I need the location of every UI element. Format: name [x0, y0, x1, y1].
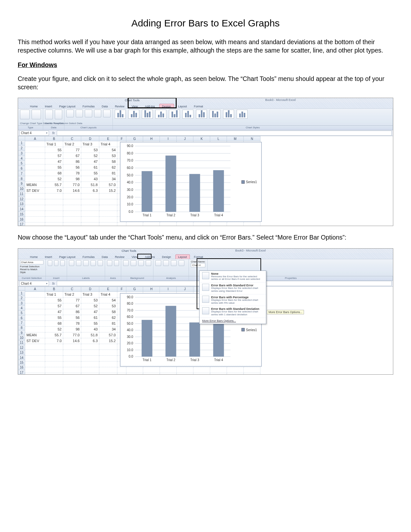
ribbon-tab-insert[interactable]: Insert: [42, 104, 55, 108]
save-as-template-icon[interactable]: [32, 110, 41, 119]
ribbon-tab-home[interactable]: Home: [27, 254, 41, 259]
ribbon-tab-insert[interactable]: Insert: [42, 254, 55, 259]
ribbon-tab-design[interactable]: Design: [159, 104, 174, 108]
svg-text:70.0: 70.0: [127, 308, 133, 312]
chart-layout-swatch[interactable]: [66, 110, 74, 117]
embedded-chart[interactable]: 0.010.020.030.040.050.060.070.080.090.0T…: [120, 142, 262, 222]
chart-style-swatch[interactable]: [196, 110, 207, 119]
chart-style-swatch[interactable]: [182, 110, 193, 119]
fx-icon[interactable]: fx: [52, 131, 55, 135]
svg-text:10.0: 10.0: [127, 348, 133, 351]
svg-text:Trial 2: Trial 2: [166, 213, 175, 217]
chart-style-swatch[interactable]: [237, 110, 248, 119]
ribbon-tab-formulas[interactable]: Formulas: [80, 104, 98, 108]
chart-style-swatch[interactable]: [223, 110, 234, 119]
select-data-icon[interactable]: [55, 110, 63, 119]
ribbon-tab-view[interactable]: View: [129, 104, 141, 108]
ribbon-tab-data[interactable]: Data: [99, 104, 111, 108]
ribbon-tab-review[interactable]: Review: [112, 254, 128, 259]
svg-text:10.0: 10.0: [127, 203, 133, 206]
ribbon-tab-layout[interactable]: Layout: [175, 254, 190, 259]
chart-style-swatch[interactable]: [210, 110, 220, 119]
legend-icon[interactable]: [83, 260, 88, 266]
for-windows-heading: For Windows: [18, 61, 393, 69]
svg-text:60.0: 60.0: [127, 166, 133, 170]
chart-style-swatch[interactable]: [142, 110, 153, 119]
svg-text:90.0: 90.0: [127, 144, 133, 148]
chevron-down-icon[interactable]: ▾: [46, 132, 47, 134]
formula-bar[interactable]: [57, 131, 392, 136]
ribbon-tab-add-ins[interactable]: Add-Ins: [142, 254, 158, 259]
error-bars-icon[interactable]: [179, 260, 184, 266]
chart-style-swatch[interactable]: [155, 110, 166, 119]
chart-style-swatch[interactable]: [128, 110, 139, 119]
trendline-icon[interactable]: [155, 260, 161, 266]
ribbon-tab-formulas[interactable]: Formulas: [80, 254, 98, 259]
data-table-icon[interactable]: [98, 260, 103, 266]
error-bars-option-2[interactable]: Error Bars with Standard DeviationDispla…: [200, 306, 266, 318]
ribbon-tabs: HomeInsertPage LayoutFormulasDataReviewV…: [18, 103, 393, 108]
gridlines-icon[interactable]: [114, 260, 119, 266]
reset-match-style[interactable]: Reset to Match Style: [20, 268, 44, 274]
chart-layout-swatch[interactable]: [103, 110, 111, 117]
ribbon-design: Change Chart Type Save As TemplateSwitch…: [18, 108, 393, 126]
shapes-icon[interactable]: [54, 260, 59, 266]
ribbon-tab-layout[interactable]: Layout: [175, 104, 190, 108]
page-title: Adding Error Bars to Excel Graphs: [18, 18, 393, 29]
svg-text:Trial 4: Trial 4: [214, 358, 223, 362]
ribbon-tab-view[interactable]: View: [129, 254, 141, 259]
text-box-icon[interactable]: [60, 260, 65, 266]
picture-icon[interactable]: [48, 260, 52, 266]
fx-icon[interactable]: fx: [52, 282, 55, 285]
svg-text:50.0: 50.0: [127, 321, 133, 325]
ribbon-tab-add-ins[interactable]: Add-Ins: [142, 104, 158, 108]
error-bars-dropdown[interactable]: NoneRemoves the Error Bars for the selec…: [199, 271, 266, 324]
error-bars-none[interactable]: NoneRemoves the Error Bars for the selec…: [200, 271, 266, 283]
plot-area-icon[interactable]: [123, 260, 129, 266]
ribbon-tab-design[interactable]: Design: [159, 254, 174, 259]
3-d-rotation-icon[interactable]: [146, 260, 151, 266]
svg-rect-22: [165, 156, 176, 212]
ribbon-tab-format[interactable]: Format: [191, 254, 206, 259]
chart-style-swatch[interactable]: [169, 110, 180, 119]
axis-titles-icon[interactable]: [76, 260, 81, 266]
ribbon-tab-home[interactable]: Home: [27, 104, 41, 108]
ribbon-tab-page-layout[interactable]: Page Layout: [56, 104, 79, 108]
ribbon-tab-page-layout[interactable]: Page Layout: [56, 254, 79, 259]
chart-style-swatch[interactable]: [115, 110, 126, 119]
chart-element-selector[interactable]: Chart Area: [20, 260, 44, 264]
svg-text:80.0: 80.0: [127, 152, 133, 155]
change-chart-type-icon[interactable]: [20, 110, 30, 119]
chart-floor-icon[interactable]: [138, 260, 144, 266]
data-labels-icon[interactable]: [91, 260, 96, 266]
chevron-down-icon[interactable]: ▾: [46, 282, 47, 285]
ribbon-tab-review[interactable]: Review: [112, 104, 128, 108]
name-box[interactable]: Chart 4 ▾: [19, 281, 49, 286]
svg-text:0.0: 0.0: [129, 355, 133, 358]
step1-paragraph: Create your figure, and click on it to s…: [18, 74, 393, 92]
chart-wall-icon[interactable]: [131, 260, 136, 266]
switch-row-col-icon[interactable]: [45, 110, 53, 119]
svg-rect-24: [189, 174, 200, 212]
more-error-bars-options[interactable]: More Error Bars Options...: [200, 318, 266, 324]
chart-name-field[interactable]: Chart 4: [191, 263, 205, 267]
name-box-value: Chart 4: [21, 282, 32, 285]
svg-text:40.0: 40.0: [127, 328, 133, 332]
chart-layout-swatch[interactable]: [94, 110, 102, 117]
chart-layout-swatch[interactable]: [76, 110, 83, 117]
format-selection[interactable]: Format Selection: [20, 265, 44, 268]
up-down-bars-icon[interactable]: [171, 260, 177, 266]
ribbon-tab-data[interactable]: Data: [99, 254, 111, 259]
chart-title-icon[interactable]: [69, 260, 74, 266]
svg-text:Trial 3: Trial 3: [190, 213, 199, 217]
error-bars-option-1[interactable]: Error Bars with PercentageDisplays Error…: [200, 294, 266, 306]
error-bars-option-0[interactable]: Error Bars with Standard ErrorDisplays E…: [200, 282, 266, 294]
svg-text:90.0: 90.0: [127, 295, 133, 299]
axes-icon[interactable]: [107, 260, 112, 266]
name-box[interactable]: Chart 4 ▾: [19, 131, 49, 136]
lines-icon[interactable]: [163, 260, 169, 266]
ribbon-tabs: HomeInsertPage LayoutFormulasDataReviewV…: [18, 253, 393, 259]
svg-text:70.0: 70.0: [127, 159, 133, 163]
chart-layout-swatch[interactable]: [85, 110, 92, 117]
ribbon-tab-format[interactable]: Format: [191, 104, 206, 108]
